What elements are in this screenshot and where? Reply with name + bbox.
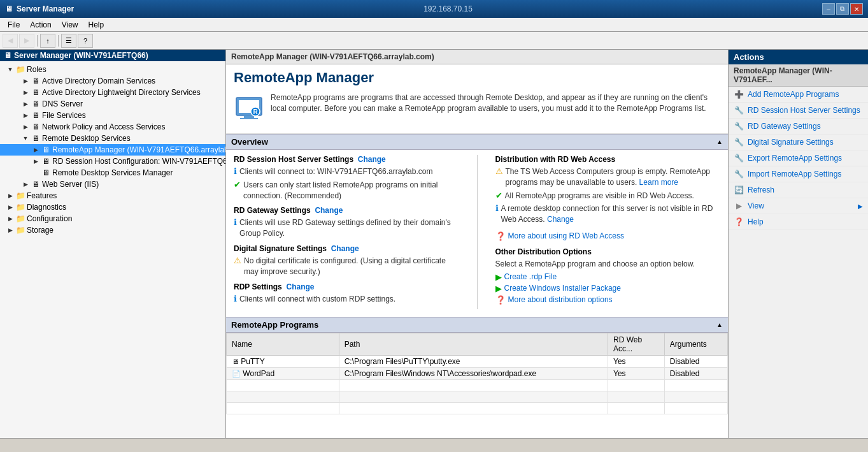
table-row[interactable]: 📄 WordPad C:\Program Files\Windows NT\Ac… <box>227 368 728 380</box>
server-icon: 🖥 <box>4 51 11 60</box>
tree-label-dns: DNS Server <box>42 99 83 108</box>
help-button[interactable]: ? <box>78 34 93 48</box>
right-panel: RemoteApp Manager (WIN-V791AEFTQ66.array… <box>226 50 728 438</box>
dist-change-link[interactable]: Change <box>547 215 574 224</box>
tree-label-adds: Active Directory Domain Services <box>42 77 155 85</box>
action-rd-gateway[interactable]: 🔧 RD Gateway Settings <box>729 119 868 135</box>
dist-row-2: ℹ A remote desktop connection for this s… <box>495 203 721 225</box>
tree-item-rdsm[interactable]: ▶ 🖥 Remote Desktop Services Manager <box>0 167 225 179</box>
back-button[interactable]: ◀ <box>3 34 18 48</box>
learn-more-link[interactable]: Learn more <box>639 178 678 187</box>
tree-label-configuration: Configuration <box>27 214 72 223</box>
tree-item-storage[interactable]: ▶ 📁 Storage <box>0 224 225 236</box>
table-row <box>227 380 728 391</box>
digital-sig-text-0: No digital certificate is configured. (U… <box>244 256 459 277</box>
more-dist-link[interactable]: ❓ More about distribution options <box>495 295 721 305</box>
cell-path-1: C:\Program Files\Windows NT\Accessories\… <box>339 368 608 380</box>
expander-adds[interactable]: ▶ <box>20 76 31 86</box>
action-digital-sig[interactable]: 🔧 Digital Signature Settings <box>729 135 868 150</box>
programs-collapse-icon[interactable]: ▲ <box>716 321 723 328</box>
tree-item-adds[interactable]: ▶ 🖥 Active Directory Domain Services <box>0 75 225 87</box>
check-icon-0: ✔ <box>234 180 241 189</box>
action-export[interactable]: 🔧 Export RemoteApp Settings <box>729 150 868 166</box>
settings-icon-1: 🔧 <box>734 121 744 131</box>
expander-roles[interactable]: ▼ <box>5 64 15 75</box>
digital-sig-header: Digital Signature Settings Change <box>234 244 459 253</box>
toolbar-sep-2 <box>58 35 59 47</box>
expander-rdsh[interactable]: ▶ <box>31 156 41 166</box>
menu-view[interactable]: View <box>57 19 83 31</box>
dist-row-1: ✔ All RemoteApp programs are visible in … <box>495 191 721 201</box>
action-help[interactable]: ❓ Help <box>729 214 868 230</box>
tree-item-configuration[interactable]: ▶ 📁 Configuration <box>0 213 225 224</box>
rd-gateway-section: RD Gateway Settings Change ℹ Clients wil… <box>234 206 459 239</box>
digital-sig-change-link[interactable]: Change <box>331 244 359 253</box>
dist-row-0: ⚠ The TS Web Access Computers group is e… <box>495 166 721 188</box>
cell-web-0: Yes <box>608 356 665 368</box>
submenu-chevron-icon: ▶ <box>858 203 863 210</box>
close-button[interactable]: ✕ <box>850 3 863 15</box>
action-icon-1: ▶ <box>495 284 502 293</box>
menu-help[interactable]: Help <box>83 19 110 31</box>
tree-item-ram[interactable]: ▶ 🖥 RemoteApp Manager (WIN-V791AEFTQ66.a… <box>0 144 225 156</box>
expander-ram[interactable]: ▶ <box>31 145 41 155</box>
action-view[interactable]: ▶ View ▶ <box>729 198 868 214</box>
tree-item-diagnostics[interactable]: ▶ 📁 Diagnostics <box>0 201 225 213</box>
rm-logo-icon: R <box>234 92 264 128</box>
left-panel: 🖥 Server Manager (WIN-V791AEFTQ66) ▼ 📁 R… <box>0 50 226 438</box>
other-dist-section: Other Distribution Options Select a Remo… <box>495 247 721 305</box>
rd-gateway-change-link[interactable]: Change <box>315 206 343 215</box>
forward-button[interactable]: ▶ <box>19 34 34 48</box>
expander-file[interactable]: ▶ <box>20 110 31 120</box>
overview-collapse-icon[interactable]: ▲ <box>716 138 723 145</box>
action-add-remoteapp[interactable]: ➕ Add RemoteApp Programs <box>729 87 868 103</box>
toolbar: ◀ ▶ ↑ ☰ ? <box>0 32 868 50</box>
menu-file[interactable]: File <box>3 19 25 31</box>
expander-adlds[interactable]: ▶ <box>20 87 31 98</box>
tree-item-adlds[interactable]: ▶ 🖥 Active Directory Lightweight Directo… <box>0 87 225 98</box>
expander-web[interactable]: ▶ <box>20 179 31 189</box>
rm-logo-svg: R <box>234 92 264 123</box>
expander-diagnostics[interactable]: ▶ <box>5 202 15 212</box>
expander-dns[interactable]: ▶ <box>20 99 31 109</box>
up-button[interactable]: ↑ <box>40 34 55 48</box>
overview-content: RD Session Host Server Settings Change ℹ… <box>226 150 728 314</box>
expander-configuration[interactable]: ▶ <box>5 214 15 224</box>
tree-item-web[interactable]: ▶ 🖥 Web Server (IIS) <box>0 179 225 190</box>
restore-button[interactable]: ⧉ <box>836 3 849 15</box>
tree-item-npas[interactable]: ▶ 🖥 Network Policy and Access Services <box>0 121 225 133</box>
minimize-button[interactable]: – <box>822 3 835 15</box>
folder-icon: 📁 <box>15 214 25 224</box>
menu-action[interactable]: Action <box>25 19 56 31</box>
tree-item-features[interactable]: ▶ 📁 Features <box>0 190 225 201</box>
action-import[interactable]: 🔧 Import RemoteApp Settings <box>729 166 868 182</box>
content-header: RemoteApp Manager (WIN-V791AEFTQ66.array… <box>226 50 728 64</box>
expander-features[interactable]: ▶ <box>5 191 15 201</box>
more-about-web-link[interactable]: ❓ More about using RD Web Access <box>495 231 721 241</box>
tree-item-dns[interactable]: ▶ 🖥 DNS Server <box>0 98 225 110</box>
action-rd-session[interactable]: 🔧 RD Session Host Server Settings <box>729 103 868 119</box>
tree-item-rdsh[interactable]: ▶ 🖥 RD Session Host Configuration: WIN-V… <box>0 156 225 167</box>
table-row[interactable]: 🖥 PuTTY C:\Program Files\PuTTY\putty.exe… <box>227 356 728 368</box>
tree-item-rds[interactable]: ▼ 🖥 Remote Desktop Services <box>0 133 225 144</box>
tree-item-roles[interactable]: ▼ 📁 Roles <box>0 64 225 75</box>
tree-label-rds: Remote Desktop Services <box>42 134 131 143</box>
expander-storage[interactable]: ▶ <box>5 225 15 235</box>
create-rdp-link[interactable]: ▶ Create .rdp File <box>495 272 721 282</box>
expander-npas[interactable]: ▶ <box>20 122 31 132</box>
create-wip-link[interactable]: ▶ Create Windows Installer Package <box>495 284 721 293</box>
expander-rds[interactable]: ▼ <box>20 133 31 143</box>
action-refresh[interactable]: 🔄 Refresh <box>729 182 868 198</box>
tree-item-file[interactable]: ▶ 🖥 File Services <box>0 110 225 121</box>
rdp-change-link[interactable]: Change <box>286 282 314 291</box>
create-wip-text: Create Windows Installer Package <box>504 284 621 293</box>
rd-session-change-link[interactable]: Change <box>358 155 386 164</box>
action-label-export: Export RemoteApp Settings <box>748 154 842 163</box>
other-dist-header: Other Distribution Options <box>495 247 721 256</box>
programs-header-row: Name Path RD Web Acc... Arguments <box>227 333 728 356</box>
action-label-view: View <box>748 201 764 210</box>
col-header-path: Path <box>339 333 608 356</box>
showhide-button[interactable]: ☰ <box>61 34 76 48</box>
rd-session-text-1: Users can only start listed RemoteApp pr… <box>243 180 459 201</box>
tree-root: ▼ 📁 Roles ▶ 🖥 Active Directory Domain Se… <box>0 61 225 238</box>
